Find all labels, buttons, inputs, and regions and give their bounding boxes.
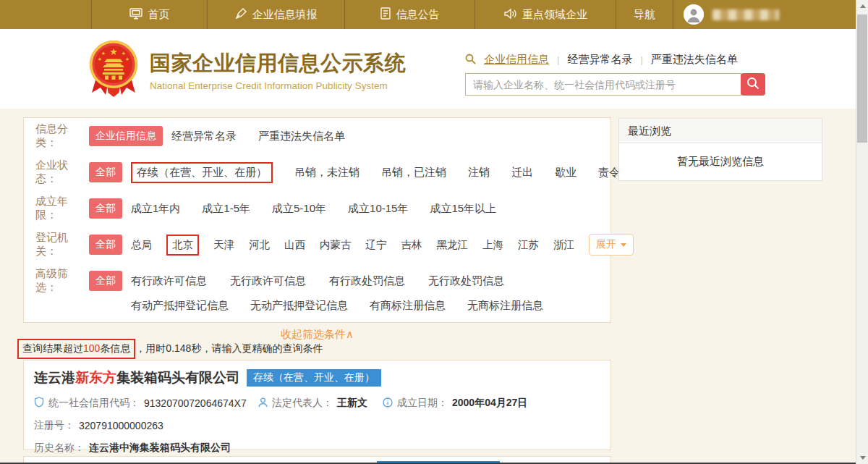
filter-option[interactable]: 有商标注册信息: [370, 299, 446, 313]
filter-option[interactable]: 无行政处罚信息: [428, 274, 504, 288]
pen-icon: [235, 8, 247, 22]
credit-code-field: 统一社会信用代码： 9132070072064674X7: [34, 397, 258, 410]
scroll-down-icon: [860, 456, 866, 460]
filter-option[interactable]: 无动产抵押登记信息: [250, 299, 348, 313]
filter-row-establish-years: 成立年限： 全部 成立1年内 成立1-5年 成立5-10年 成立10-15年 成…: [24, 190, 610, 227]
history-name-label: 历史名称：: [34, 442, 85, 455]
scrollbar-down-button[interactable]: [856, 452, 868, 464]
nav-item-navigation[interactable]: 导航: [616, 0, 673, 29]
filter-option[interactable]: 吉林: [401, 238, 422, 252]
filter-row-advanced-line2: 有动产抵押登记信息 无动产抵押登记信息 有商标注册信息 无商标注册信息: [24, 299, 610, 324]
filter-option[interactable]: 成立1年内: [131, 202, 180, 216]
site-title-en: National Enterprise Credit Information P…: [150, 80, 406, 91]
expand-button-label: 展开: [596, 238, 616, 251]
filter-option[interactable]: 上海: [482, 238, 503, 252]
national-emblem-logo: ★ ★ ★ ★ ★: [87, 39, 140, 101]
recent-browse-empty-text: 暂无最近浏览信息: [619, 143, 822, 180]
filter-option[interactable]: 总局: [131, 238, 152, 252]
filter-option[interactable]: 河北: [249, 238, 270, 252]
user-menu[interactable]: [673, 0, 856, 29]
filter-option[interactable]: 无商标注册信息: [467, 299, 543, 313]
filter-option[interactable]: 无行政许可信息: [230, 274, 306, 288]
legal-rep-field: 法定代表人： 王新文: [258, 397, 383, 410]
chevron-down-icon: [621, 243, 626, 247]
result-count-prefix: 查询结果超过: [22, 342, 83, 354]
filter-chip-active[interactable]: 全部: [89, 162, 122, 182]
filter-option[interactable]: 辽宁: [366, 238, 387, 252]
filter-option[interactable]: 成立1-5年: [202, 202, 250, 216]
scrollbar-thumb[interactable]: [857, 14, 867, 143]
search-icon: [465, 54, 476, 67]
recent-browse-title: 最近浏览: [619, 119, 822, 143]
scrollbar-up-button[interactable]: [856, 0, 868, 12]
svg-text:★: ★: [122, 51, 126, 56]
nav-item-key-field-enterprises[interactable]: 重点领域企业: [475, 0, 616, 29]
filter-chip-active[interactable]: 全部: [89, 271, 122, 291]
filter-row-enterprise-status: 企业状态： 全部 存续（在营、开业、在册） 吊销，未注销 吊销，已注销 注销 迁…: [24, 154, 610, 190]
filter-option[interactable]: 注销: [468, 166, 490, 180]
credit-code-icon: [34, 397, 44, 410]
nav-item-home[interactable]: 首页: [91, 0, 207, 29]
nav-item-label: 信息公告: [396, 8, 440, 22]
filter-option[interactable]: 天津: [213, 238, 234, 252]
filter-chip-active[interactable]: 全部: [89, 198, 122, 219]
result-time-note: ，用时0.148秒，请输入更精确的查询条件: [135, 342, 323, 355]
nav-item-announcements[interactable]: 信息公告: [344, 0, 475, 29]
user-avatar-icon: [684, 4, 704, 25]
svg-text:★: ★: [109, 46, 118, 57]
filter-option-annotated[interactable]: 存续（在营、开业、在册）: [131, 162, 273, 183]
brand-titles: 国家企业信用信息公示系统 National Enterprise Credit …: [150, 49, 406, 91]
filter-option-annotated[interactable]: 北京: [166, 235, 199, 256]
search-tab-abnormal-list[interactable]: 经营异常名录: [567, 53, 632, 67]
filter-option[interactable]: 成立15年以上: [430, 202, 496, 216]
filter-option[interactable]: 成立5-10年: [272, 202, 326, 216]
filter-option[interactable]: 有行政许可信息: [131, 274, 207, 288]
result-summary: 查询结果超过100条信息，用时0.148秒，请输入更精确的查询条件: [17, 339, 323, 359]
company-name-link[interactable]: 连云港新东方集装箱码头有限公司: [34, 368, 240, 387]
legal-rep-label: 法定代表人：: [272, 397, 333, 410]
username-blurred: [712, 9, 779, 20]
card-detail-row-2: 注册号： 320791000000263: [34, 419, 600, 432]
filter-label: 信息分类：: [35, 122, 89, 150]
credit-code-label: 统一社会信用代码：: [48, 397, 140, 410]
filter-option[interactable]: 经营异常名录: [171, 130, 237, 143]
filter-option[interactable]: 山西: [284, 238, 305, 252]
card-title-row: 连云港新东方集装箱码头有限公司 存续（在营、开业、在册）: [34, 368, 600, 387]
filter-chip-active[interactable]: 企业信用信息: [89, 126, 163, 146]
tab-separator: |: [557, 54, 559, 65]
filter-label: 企业状态：: [35, 159, 89, 186]
filter-option[interactable]: 吊销，未注销: [294, 166, 359, 180]
filter-chip-active[interactable]: 全部: [89, 235, 122, 255]
filter-option[interactable]: 歇业: [555, 166, 576, 180]
filter-option[interactable]: 内蒙古: [320, 238, 352, 252]
filter-label: 高级筛选：: [35, 267, 89, 295]
search-button[interactable]: [741, 73, 765, 96]
scroll-up-icon: [860, 4, 866, 8]
vertical-scrollbar[interactable]: [856, 0, 868, 464]
nav-item-label: 导航: [634, 8, 655, 22]
nav-item-label: 重点领域企业: [522, 8, 587, 22]
filter-option[interactable]: 江苏: [518, 238, 539, 252]
nav-item-label: 企业信息填报: [252, 8, 318, 22]
filter-option[interactable]: 成立10-15年: [348, 202, 408, 216]
filter-row-advanced: 高级筛选： 全部 有行政许可信息 无行政许可信息 有行政处罚信息 无行政处罚信息: [24, 263, 610, 299]
legal-rep-value: 王新文: [337, 397, 367, 410]
expand-button[interactable]: 展开: [589, 234, 634, 256]
search-input[interactable]: [465, 73, 741, 96]
svg-text:★: ★: [98, 56, 102, 62]
site-header: ★ ★ ★ ★ ★ 国家企业信用信息公示系统 National Enterpri…: [0, 29, 856, 109]
filter-option[interactable]: 严重违法失信名单: [258, 130, 345, 143]
reg-no-label: 注册号：: [34, 419, 75, 432]
filter-option[interactable]: 迁出: [511, 166, 533, 180]
filter-option[interactable]: 有动产抵押登记信息: [131, 299, 229, 313]
search-tab-credit-info[interactable]: 企业信用信息: [484, 53, 549, 67]
filter-option[interactable]: 吊销，已注销: [381, 166, 446, 180]
nav-item-enterprise-filing[interactable]: 企业信息填报: [207, 0, 344, 29]
company-name-part: 连云港: [34, 370, 75, 385]
history-name-field: 历史名称： 连云港中海集装箱码头有限公司: [34, 442, 231, 455]
search-tab-illegal-list[interactable]: 严重违法失信名单: [651, 53, 738, 67]
filter-option[interactable]: 有行政处罚信息: [329, 274, 405, 288]
status-badge: 存续（在营、开业、在册）: [247, 369, 381, 387]
filter-option[interactable]: 浙江: [553, 238, 574, 252]
filter-option[interactable]: 黑龙江: [437, 238, 469, 252]
